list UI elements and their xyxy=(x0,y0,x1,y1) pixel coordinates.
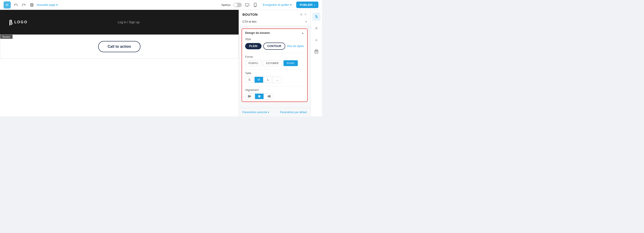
svg-rect-9 xyxy=(258,96,260,96)
mobile-icon[interactable] xyxy=(252,2,258,8)
toolbar-left: ✉ Nouvelle page ▾ xyxy=(4,1,219,8)
right-panel: BOUTON ⊕ ✕ CTA et lien ▾ Design du bouto… xyxy=(239,10,310,116)
save-quit-chevron: ▾ xyxy=(290,3,292,6)
default-settings-label: Paramètres par défaut xyxy=(280,111,307,114)
redo-button[interactable] xyxy=(20,2,27,8)
publish-button[interactable]: PUBLIER › xyxy=(296,2,318,8)
bouton-badge: Bouton xyxy=(0,35,12,39)
toolbar-center: Aperçu xyxy=(222,2,258,8)
new-page-button[interactable]: Nouvelle page ▾ xyxy=(37,3,58,6)
cta-button-label: Call to action xyxy=(108,44,131,48)
advanced-settings-chevron: ▾ xyxy=(268,111,269,114)
contour-label: CONTOUR xyxy=(267,44,282,48)
panel-footer: Paramètres avancés ▾ Paramètres par défa… xyxy=(239,108,310,116)
panel-title-icons: ⊕ ✕ xyxy=(300,13,307,16)
far-right-panel: ✕ ＋ xyxy=(310,10,322,116)
apercu-label: Aperçu xyxy=(222,3,230,6)
email-icon[interactable]: ✉ xyxy=(4,1,11,8)
site-header-center: Log in / Sign up xyxy=(28,20,230,24)
toolbar-right: Enregistrer et quitter ▾ PUBLIER › xyxy=(260,2,318,8)
publish-arrow: › xyxy=(314,3,315,6)
svg-rect-14 xyxy=(267,96,270,96)
main-area: ꞵ LOGO Log in / Sign up Bouton Call to a… xyxy=(0,10,322,116)
svg-rect-7 xyxy=(249,97,250,97)
taille-m-button[interactable]: M xyxy=(254,77,263,83)
button-section-inner: Call to action xyxy=(0,35,238,58)
default-settings-link[interactable]: Paramètres par défaut xyxy=(280,111,307,114)
contour-button[interactable]: CONTOUR xyxy=(263,42,286,50)
taille-more-button[interactable]: ... xyxy=(273,77,282,83)
site-header: ꞵ LOGO Log in / Sign up xyxy=(0,10,239,34)
save-icon[interactable] xyxy=(29,2,35,8)
save-quit-label: Enregistrer et quitter xyxy=(263,3,289,6)
toolbar: ✉ Nouvelle page ▾ Aperçu Enregistrer et … xyxy=(0,0,322,10)
alignement-row: Alignement xyxy=(242,87,307,102)
forme-row: Forme POINTU ESTOMPÉ ROND xyxy=(242,54,307,68)
more-styles-link[interactable]: Plus de styles xyxy=(287,44,304,48)
style-row: Style PLEIN CONTOUR Plus de styles xyxy=(242,36,307,52)
logo-area: ꞵ LOGO xyxy=(9,18,28,26)
advanced-settings-label: Paramètres avancés xyxy=(242,111,267,114)
cta-dropdown-chevron: ▾ xyxy=(306,20,307,23)
divider-3 xyxy=(245,86,304,86)
svg-rect-13 xyxy=(268,96,270,96)
cta-dropdown[interactable]: CTA et lien ▾ xyxy=(242,18,307,26)
svg-rect-10 xyxy=(258,96,260,96)
svg-point-17 xyxy=(316,17,318,18)
login-link[interactable]: Log in / Sign up xyxy=(118,20,140,24)
advanced-settings-link[interactable]: Paramètres avancés ▾ xyxy=(242,111,269,114)
forme-rond-button[interactable]: ROND xyxy=(284,60,298,66)
panel-header: BOUTON ⊕ ✕ CTA et lien ▾ xyxy=(239,10,310,26)
svg-rect-4 xyxy=(248,95,248,98)
logo-text: LOGO xyxy=(14,20,28,24)
new-page-label: Nouvelle page xyxy=(37,3,55,6)
taille-buttons: S M L ... xyxy=(245,76,282,83)
forme-estompe-button[interactable]: ESTOMPÉ xyxy=(263,60,282,66)
panel-title-row: BOUTON ⊕ ✕ xyxy=(242,12,307,16)
svg-rect-12 xyxy=(270,95,270,98)
forme-label: Forme xyxy=(245,55,304,58)
design-section: Design du bouton ▲ Style PLEIN CONTOUR P… xyxy=(242,28,308,102)
design-section-title: Design du bouton xyxy=(245,31,270,34)
svg-rect-15 xyxy=(268,97,270,97)
plein-button[interactable]: PLEIN xyxy=(245,43,262,49)
plein-label: PLEIN xyxy=(249,44,258,48)
alignement-label: Alignement xyxy=(245,88,304,92)
svg-point-16 xyxy=(315,15,316,16)
cta-button[interactable]: Call to action xyxy=(98,41,140,52)
cart-icon[interactable] xyxy=(312,48,320,56)
taille-label: Taille xyxy=(245,72,304,75)
style-label: Style xyxy=(245,38,304,41)
taille-s-button[interactable]: S xyxy=(245,77,254,83)
save-quit-button[interactable]: Enregistrer et quitter ▾ xyxy=(260,2,294,8)
add-icon[interactable]: ＋ xyxy=(312,36,320,44)
undo-button[interactable] xyxy=(12,2,19,8)
align-center-button[interactable] xyxy=(255,94,264,99)
align-left-button[interactable] xyxy=(245,94,254,99)
align-buttons xyxy=(245,94,274,99)
design-section-header: Design du bouton ▲ xyxy=(242,29,307,36)
divider-1 xyxy=(245,53,304,53)
design-collapse-icon[interactable]: ▲ xyxy=(302,31,304,34)
desktop-icon[interactable] xyxy=(244,2,250,8)
style-buttons: PLEIN CONTOUR Plus de styles xyxy=(245,42,304,50)
panel-title: BOUTON xyxy=(242,12,258,16)
publish-label: PUBLIER xyxy=(300,3,312,6)
close-panel-icon[interactable]: ✕ xyxy=(304,13,307,16)
new-page-chevron: ▾ xyxy=(56,3,58,6)
taille-row: Taille S M L ... xyxy=(242,70,307,85)
preview-toggle[interactable] xyxy=(233,3,242,7)
align-right-button[interactable] xyxy=(265,94,273,99)
email-symbol: ✉ xyxy=(6,3,8,7)
pin-icon[interactable]: ⊕ xyxy=(300,13,302,16)
cta-dropdown-label: CTA et lien xyxy=(242,20,256,23)
forme-pointu-button[interactable]: POINTU xyxy=(245,60,262,66)
taille-l-button[interactable]: L xyxy=(264,77,272,83)
svg-rect-6 xyxy=(249,96,251,96)
close-far-icon[interactable]: ✕ xyxy=(312,24,320,32)
logo-icon: ꞵ xyxy=(9,18,12,26)
connections-icon[interactable] xyxy=(312,12,320,20)
button-section: Bouton Call to action xyxy=(0,34,239,59)
svg-rect-1 xyxy=(245,4,249,6)
page-content: ꞵ LOGO Log in / Sign up Bouton Call to a… xyxy=(0,10,239,116)
